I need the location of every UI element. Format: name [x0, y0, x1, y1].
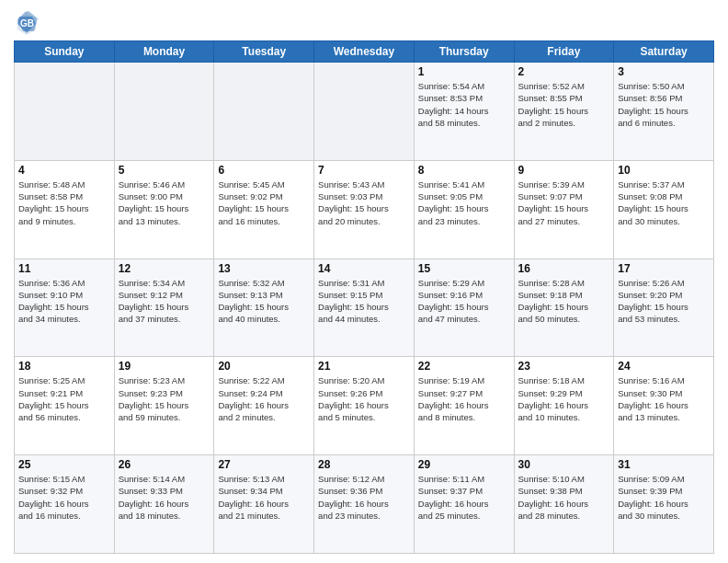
calendar-cell: 18Sunrise: 5:25 AM Sunset: 9:21 PM Dayli… [15, 357, 115, 455]
day-info: Sunrise: 5:14 AM Sunset: 9:33 PM Dayligh… [119, 473, 210, 522]
day-number: 12 [119, 262, 210, 275]
day-number: 4 [18, 164, 110, 177]
day-info: Sunrise: 5:18 AM Sunset: 9:29 PM Dayligh… [518, 374, 610, 423]
calendar-header-row: SundayMondayTuesdayWednesdayThursdayFrid… [15, 41, 714, 63]
page: GB SundayMondayTuesdayWednesdayThursdayF… [0, 0, 728, 563]
day-info: Sunrise: 5:11 AM Sunset: 9:37 PM Dayligh… [418, 473, 510, 522]
header: GB [14, 9, 714, 35]
calendar-cell: 12Sunrise: 5:34 AM Sunset: 9:12 PM Dayli… [114, 259, 214, 357]
calendar-cell: 17Sunrise: 5:26 AM Sunset: 9:20 PM Dayli… [614, 259, 714, 357]
calendar-header-wednesday: Wednesday [314, 41, 415, 63]
calendar-week-row: 25Sunrise: 5:15 AM Sunset: 9:32 PM Dayli… [15, 455, 714, 554]
day-info: Sunrise: 5:32 AM Sunset: 9:13 PM Dayligh… [218, 277, 310, 326]
calendar-header-tuesday: Tuesday [214, 41, 314, 63]
day-info: Sunrise: 5:15 AM Sunset: 9:32 PM Dayligh… [18, 473, 110, 522]
day-info: Sunrise: 5:46 AM Sunset: 9:00 PM Dayligh… [119, 178, 210, 227]
calendar-cell: 16Sunrise: 5:28 AM Sunset: 9:18 PM Dayli… [514, 259, 614, 357]
calendar-cell: 22Sunrise: 5:19 AM Sunset: 9:27 PM Dayli… [414, 357, 514, 455]
day-info: Sunrise: 5:45 AM Sunset: 9:02 PM Dayligh… [218, 178, 310, 227]
day-number: 13 [218, 262, 310, 275]
day-info: Sunrise: 5:23 AM Sunset: 9:23 PM Dayligh… [119, 374, 210, 423]
day-number: 19 [119, 360, 210, 373]
day-number: 2 [518, 65, 610, 78]
day-info: Sunrise: 5:37 AM Sunset: 9:08 PM Dayligh… [618, 178, 710, 227]
day-info: Sunrise: 5:26 AM Sunset: 9:20 PM Dayligh… [618, 277, 710, 326]
calendar-cell: 13Sunrise: 5:32 AM Sunset: 9:13 PM Dayli… [214, 259, 314, 357]
day-info: Sunrise: 5:10 AM Sunset: 9:38 PM Dayligh… [518, 473, 610, 522]
svg-text:GB: GB [20, 18, 34, 29]
calendar-cell: 26Sunrise: 5:14 AM Sunset: 9:33 PM Dayli… [114, 455, 214, 554]
day-number: 8 [418, 164, 510, 177]
day-number: 7 [318, 164, 410, 177]
day-number: 18 [18, 360, 110, 373]
calendar-cell [214, 63, 314, 161]
day-number: 3 [618, 65, 710, 78]
day-info: Sunrise: 5:31 AM Sunset: 9:15 PM Dayligh… [318, 277, 410, 326]
day-number: 26 [119, 458, 210, 471]
day-info: Sunrise: 5:48 AM Sunset: 8:58 PM Dayligh… [18, 178, 110, 227]
day-info: Sunrise: 5:43 AM Sunset: 9:03 PM Dayligh… [318, 178, 410, 227]
day-number: 30 [518, 458, 610, 471]
day-number: 23 [518, 360, 610, 373]
calendar-header-friday: Friday [514, 41, 614, 63]
calendar-cell [314, 63, 415, 161]
day-info: Sunrise: 5:09 AM Sunset: 9:39 PM Dayligh… [618, 473, 710, 522]
calendar-cell [114, 63, 214, 161]
calendar-cell: 3Sunrise: 5:50 AM Sunset: 8:56 PM Daylig… [614, 63, 714, 161]
calendar-header-monday: Monday [114, 41, 214, 63]
calendar-cell: 21Sunrise: 5:20 AM Sunset: 9:26 PM Dayli… [314, 357, 415, 455]
day-number: 1 [418, 65, 510, 78]
calendar-header-saturday: Saturday [614, 41, 714, 63]
calendar-cell: 25Sunrise: 5:15 AM Sunset: 9:32 PM Dayli… [15, 455, 115, 554]
day-number: 21 [318, 360, 410, 373]
calendar-cell: 2Sunrise: 5:52 AM Sunset: 8:55 PM Daylig… [514, 63, 614, 161]
day-number: 31 [618, 458, 710, 471]
calendar-cell: 28Sunrise: 5:12 AM Sunset: 9:36 PM Dayli… [314, 455, 415, 554]
day-number: 24 [618, 360, 710, 373]
calendar-cell: 20Sunrise: 5:22 AM Sunset: 9:24 PM Dayli… [214, 357, 314, 455]
day-info: Sunrise: 5:41 AM Sunset: 9:05 PM Dayligh… [418, 178, 510, 227]
calendar-cell: 15Sunrise: 5:29 AM Sunset: 9:16 PM Dayli… [414, 259, 514, 357]
calendar-cell: 9Sunrise: 5:39 AM Sunset: 9:07 PM Daylig… [514, 160, 614, 259]
day-number: 22 [418, 360, 510, 373]
day-number: 15 [418, 262, 510, 275]
day-info: Sunrise: 5:12 AM Sunset: 9:36 PM Dayligh… [318, 473, 410, 522]
day-info: Sunrise: 5:39 AM Sunset: 9:07 PM Dayligh… [518, 178, 610, 227]
calendar-cell: 29Sunrise: 5:11 AM Sunset: 9:37 PM Dayli… [414, 455, 514, 554]
day-number: 6 [218, 164, 310, 177]
calendar-week-row: 1Sunrise: 5:54 AM Sunset: 8:53 PM Daylig… [15, 63, 714, 161]
calendar-cell: 6Sunrise: 5:45 AM Sunset: 9:02 PM Daylig… [214, 160, 314, 259]
calendar-header-thursday: Thursday [414, 41, 514, 63]
calendar-cell: 5Sunrise: 5:46 AM Sunset: 9:00 PM Daylig… [114, 160, 214, 259]
calendar-cell: 23Sunrise: 5:18 AM Sunset: 9:29 PM Dayli… [514, 357, 614, 455]
logo-icon: GB [14, 9, 40, 35]
day-number: 5 [119, 164, 210, 177]
day-number: 9 [518, 164, 610, 177]
day-info: Sunrise: 5:50 AM Sunset: 8:56 PM Dayligh… [618, 80, 710, 129]
calendar-week-row: 18Sunrise: 5:25 AM Sunset: 9:21 PM Dayli… [15, 357, 714, 455]
logo: GB [14, 9, 43, 35]
day-info: Sunrise: 5:13 AM Sunset: 9:34 PM Dayligh… [218, 473, 310, 522]
day-info: Sunrise: 5:52 AM Sunset: 8:55 PM Dayligh… [518, 80, 610, 129]
calendar-cell: 27Sunrise: 5:13 AM Sunset: 9:34 PM Dayli… [214, 455, 314, 554]
day-number: 14 [318, 262, 410, 275]
day-info: Sunrise: 5:54 AM Sunset: 8:53 PM Dayligh… [418, 80, 510, 129]
calendar-week-row: 11Sunrise: 5:36 AM Sunset: 9:10 PM Dayli… [15, 259, 714, 357]
day-number: 17 [618, 262, 710, 275]
calendar-cell: 8Sunrise: 5:41 AM Sunset: 9:05 PM Daylig… [414, 160, 514, 259]
day-info: Sunrise: 5:20 AM Sunset: 9:26 PM Dayligh… [318, 374, 410, 423]
day-number: 27 [218, 458, 310, 471]
calendar-cell: 30Sunrise: 5:10 AM Sunset: 9:38 PM Dayli… [514, 455, 614, 554]
calendar-cell: 7Sunrise: 5:43 AM Sunset: 9:03 PM Daylig… [314, 160, 415, 259]
day-info: Sunrise: 5:28 AM Sunset: 9:18 PM Dayligh… [518, 277, 610, 326]
calendar-cell: 10Sunrise: 5:37 AM Sunset: 9:08 PM Dayli… [614, 160, 714, 259]
calendar-table: SundayMondayTuesdayWednesdayThursdayFrid… [14, 40, 714, 554]
calendar-cell [15, 63, 115, 161]
day-info: Sunrise: 5:16 AM Sunset: 9:30 PM Dayligh… [618, 374, 710, 423]
day-info: Sunrise: 5:25 AM Sunset: 9:21 PM Dayligh… [18, 374, 110, 423]
day-info: Sunrise: 5:19 AM Sunset: 9:27 PM Dayligh… [418, 374, 510, 423]
calendar-cell: 11Sunrise: 5:36 AM Sunset: 9:10 PM Dayli… [15, 259, 115, 357]
calendar-cell: 4Sunrise: 5:48 AM Sunset: 8:58 PM Daylig… [15, 160, 115, 259]
calendar-week-row: 4Sunrise: 5:48 AM Sunset: 8:58 PM Daylig… [15, 160, 714, 259]
calendar-header-sunday: Sunday [15, 41, 115, 63]
